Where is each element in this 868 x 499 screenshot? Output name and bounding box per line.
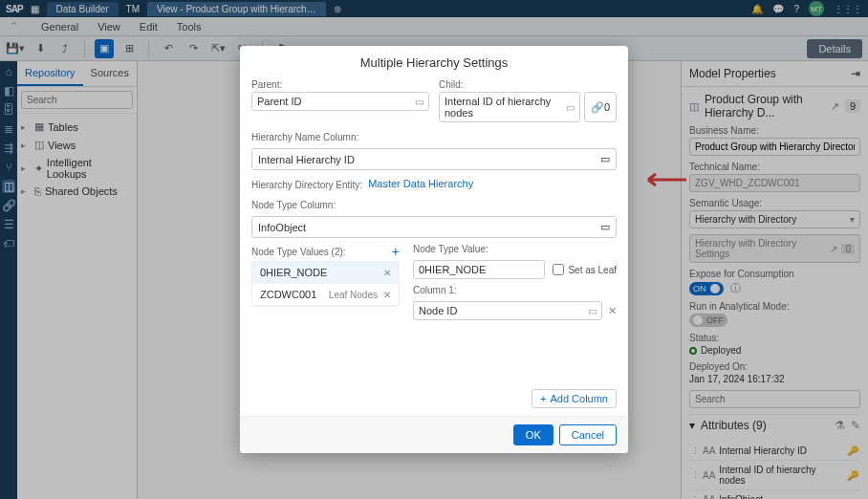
ok-button[interactable]: OK bbox=[513, 424, 553, 445]
ntc-input[interactable]: InfoObject▭ bbox=[251, 216, 617, 238]
col1-input[interactable]: Node ID▭ bbox=[413, 301, 602, 320]
child-count[interactable]: 🔗0 bbox=[584, 92, 617, 122]
parent-label: Parent: bbox=[251, 79, 429, 90]
ntv-values: 0HIER_NODE✕ ZCDWC001Leaf Nodes✕ bbox=[251, 261, 400, 307]
hdir-label: Hierarchy Directory Entity: bbox=[251, 180, 362, 190]
value-help-icon[interactable]: ▭ bbox=[566, 102, 575, 113]
remove-icon[interactable]: ✕ bbox=[383, 268, 391, 278]
child-input[interactable]: Internal ID of hierarchy nodes▭ bbox=[439, 92, 580, 122]
hname-label: Hierarchy Name Column: bbox=[251, 132, 617, 142]
ntv-value-input[interactable]: 0HIER_NODE bbox=[413, 260, 545, 279]
plus-icon: + bbox=[540, 393, 546, 404]
set-as-leaf-checkbox[interactable]: Set as Leaf bbox=[553, 264, 617, 275]
hdir-link[interactable]: Master Data Hierarchy bbox=[368, 178, 473, 189]
value-help-icon[interactable]: ▭ bbox=[600, 221, 610, 233]
remove-col-icon[interactable]: ✕ bbox=[608, 305, 617, 317]
ntv-row-0[interactable]: 0HIER_NODE✕ bbox=[252, 262, 399, 284]
parent-input[interactable]: Parent ID▭ bbox=[251, 92, 429, 111]
hierarchy-settings-modal: Multiple Hierarchy Settings Parent: Pare… bbox=[240, 46, 628, 453]
hname-input[interactable]: Internal Hierarchy ID▭ bbox=[251, 148, 617, 170]
add-column-button[interactable]: +Add Column bbox=[532, 389, 617, 408]
modal-overlay: Multiple Hierarchy Settings Parent: Pare… bbox=[0, 0, 868, 499]
modal-title: Multiple Hierarchy Settings bbox=[240, 46, 628, 79]
child-label: Child: bbox=[439, 79, 617, 90]
add-value-icon[interactable]: + bbox=[392, 244, 400, 259]
ntv-label: Node Type Values (2): bbox=[251, 247, 346, 257]
ntc-label: Node Type Column: bbox=[251, 200, 617, 210]
link-icon: 🔗 bbox=[591, 101, 604, 114]
remove-icon[interactable]: ✕ bbox=[383, 290, 391, 300]
value-help-icon[interactable]: ▭ bbox=[588, 306, 597, 316]
ntv-row-1[interactable]: ZCDWC001Leaf Nodes✕ bbox=[252, 284, 399, 306]
col1-label: Column 1: bbox=[413, 285, 617, 295]
value-help-icon[interactable]: ▭ bbox=[600, 153, 610, 165]
ntv-value-label: Node Type Value: bbox=[413, 244, 617, 254]
cancel-button[interactable]: Cancel bbox=[559, 424, 617, 445]
value-help-icon[interactable]: ▭ bbox=[415, 97, 423, 107]
